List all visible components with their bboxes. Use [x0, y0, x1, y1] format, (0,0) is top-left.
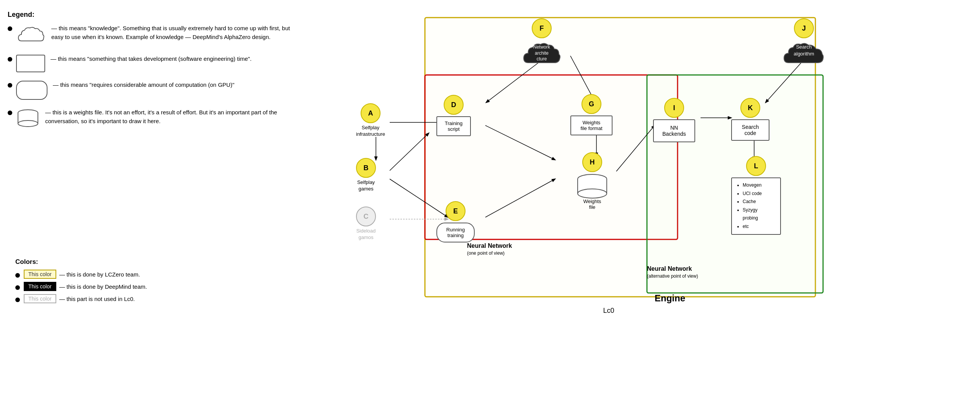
node-list-L: Movegen UCI code Cache Syzygyprobing etc	[731, 177, 781, 235]
legend-item-weights: — this is a weights file. It's not an ef…	[8, 108, 299, 128]
svg-text:(alternative point of view): (alternative point of view)	[647, 273, 698, 279]
svg-text:Neural Network: Neural Network	[647, 265, 692, 272]
node-J: J Searchalgorithm	[781, 18, 827, 71]
node-text-F: Networkarchitecture	[526, 44, 557, 62]
node-I: I NNBackends	[653, 98, 695, 142]
node-circle-G: G	[581, 94, 601, 114]
node-D: D Trainingscript	[436, 95, 471, 136]
node-circle-B: B	[356, 158, 376, 178]
legend-text-computation: — this means "requires considerable amou…	[53, 81, 299, 89]
legend-bullet-4	[8, 111, 12, 115]
node-circle-E: E	[446, 201, 466, 221]
legend-bullet-2	[8, 57, 12, 62]
node-label-C: Sideloadgamos	[356, 228, 376, 241]
svg-text:Lc0: Lc0	[603, 307, 614, 314]
diagram-container: Neural Network (one point of view) Neura…	[333, 11, 926, 374]
color-swatch-gray: This color	[24, 294, 56, 303]
color-swatch-yellow: This color	[24, 270, 56, 279]
legend-title: Legend:	[8, 11, 299, 19]
node-E: E Runningtraining	[436, 201, 475, 242]
svg-text:Engine: Engine	[655, 293, 685, 303]
color-bullet-3	[15, 298, 20, 302]
color-item-lczero: This color — this is done by LCZero team…	[15, 270, 299, 279]
node-circle-A: A	[361, 103, 381, 123]
color-desc-lczero: — this is done by LCZero team.	[59, 271, 140, 278]
legend-text-weights: — this is a weights file. It's not an ef…	[45, 108, 299, 125]
node-circle-F: F	[532, 18, 552, 38]
color-bullet-2	[15, 285, 20, 290]
cylinder-icon	[16, 108, 40, 128]
node-C: C Sideloadgamos	[356, 207, 376, 241]
node-L: L Movegen UCI code Cache Syzygyprobing e…	[731, 156, 781, 235]
legend-item-computation: — this means "requires considerable amou…	[8, 81, 299, 100]
node-H: H Weightsfile	[575, 152, 609, 210]
legend-text-knowledge: — this means "knowledge". Something that…	[51, 24, 299, 41]
node-circle-I: I	[664, 98, 684, 118]
colors-title: Colors:	[15, 258, 299, 266]
color-desc-notused: — this part is not used in Lc0.	[59, 296, 135, 302]
node-rect-D: Trainingscript	[436, 116, 471, 136]
legend-list: — this means "knowledge". Something that…	[8, 24, 299, 128]
diagram-svg: Neural Network (one point of view) Neura…	[333, 11, 926, 374]
node-rect-I: NNBackends	[653, 119, 695, 142]
node-rect-G: Weightsfile format	[570, 115, 612, 135]
node-F: F Networkarchitecture	[521, 18, 563, 71]
legend-item-development: — this means "something that takes devel…	[8, 55, 299, 72]
legend-icon-cloud	[16, 24, 46, 46]
node-B: B Selfplaygames	[356, 158, 376, 192]
node-label-A: Selfplayinfrastructure	[356, 125, 385, 138]
cylinder-H-icon	[575, 174, 609, 200]
colors-section: Colors: This color — this is done by LCZ…	[15, 258, 299, 303]
svg-line-10	[390, 133, 429, 171]
node-circle-K: K	[740, 98, 760, 118]
legend-icon-cylinder	[16, 108, 40, 128]
node-cylinder-H: Weightsfile	[575, 174, 609, 210]
node-text-J: Searchalgorithm	[786, 44, 822, 57]
diagram-panel: Neural Network (one point of view) Neura…	[299, 7, 972, 398]
node-A: A Selfplayinfrastructure	[356, 103, 385, 138]
color-item-deepmind: This color — this is done by DeepMind te…	[15, 282, 299, 291]
color-swatch-black: This color	[24, 282, 56, 291]
node-label-H: Weightsfile	[575, 198, 609, 210]
color-item-notused: This color — this part is not used in Lc…	[15, 294, 299, 303]
node-roundrect-E: Runningtraining	[436, 223, 475, 242]
main-container: Legend: — this means "knowledge". Someth…	[0, 0, 980, 405]
svg-point-32	[578, 189, 607, 198]
svg-point-4	[18, 120, 38, 127]
legend-bullet	[8, 26, 12, 31]
legend-item-knowledge: — this means "knowledge". Something that…	[8, 24, 299, 46]
color-desc-deepmind: — this is done by DeepMind team.	[59, 283, 147, 290]
node-circle-D: D	[444, 95, 464, 115]
node-cloud-F: Networkarchitecture	[521, 39, 563, 71]
node-label-B: Selfplaygames	[357, 179, 375, 192]
node-circle-L: L	[746, 156, 766, 176]
node-circle-J: J	[794, 18, 814, 38]
legend-bullet-3	[8, 83, 12, 88]
legend-panel: Legend: — this means "knowledge". Someth…	[8, 7, 299, 398]
legend-icon-rect	[16, 55, 45, 72]
node-circle-C: C	[356, 207, 376, 226]
svg-text:(one point of view): (one point of view)	[467, 250, 505, 256]
node-cloud-J: Searchalgorithm	[781, 39, 827, 71]
node-rect-K: Searchcode	[731, 119, 769, 141]
cloud-icon	[16, 24, 46, 46]
node-circle-H: H	[582, 152, 602, 172]
colors-list: This color — this is done by LCZero team…	[15, 270, 299, 303]
color-bullet-1	[15, 273, 20, 278]
rect-icon	[16, 55, 45, 72]
legend-text-development: — this means "something that takes devel…	[51, 55, 299, 63]
node-K: K Searchcode	[731, 98, 769, 141]
node-G: G Weightsfile format	[570, 94, 612, 135]
roundrect-icon	[16, 81, 47, 100]
legend-icon-roundrect	[16, 81, 47, 100]
svg-text:Neural Network: Neural Network	[467, 242, 512, 249]
